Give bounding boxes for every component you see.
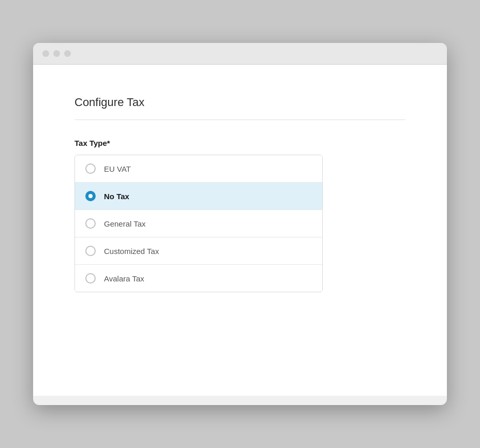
radio-circle-customized-tax xyxy=(85,246,96,256)
tax-type-label: Tax Type* xyxy=(74,139,406,147)
radio-circle-avalara-tax xyxy=(85,273,96,283)
radio-circle-eu-vat xyxy=(85,163,96,174)
radio-item-no-tax[interactable]: No Tax xyxy=(75,183,322,210)
radio-circle-no-tax xyxy=(85,191,96,201)
radio-item-customized-tax[interactable]: Customized Tax xyxy=(75,237,322,265)
minimize-button-icon[interactable] xyxy=(53,50,60,57)
radio-label-eu-vat: EU VAT xyxy=(104,165,131,173)
maximize-button-icon[interactable] xyxy=(64,50,71,57)
radio-item-avalara-tax[interactable]: Avalara Tax xyxy=(75,265,322,292)
radio-label-general-tax: General Tax xyxy=(104,219,146,228)
radio-label-customized-tax: Customized Tax xyxy=(104,247,159,256)
close-button-icon[interactable] xyxy=(42,50,49,57)
radio-label-avalara-tax: Avalara Tax xyxy=(104,274,144,283)
browser-content: Configure Tax Tax Type* EU VAT No Tax Ge… xyxy=(33,65,447,396)
browser-titlebar xyxy=(33,43,447,65)
radio-label-no-tax: No Tax xyxy=(104,192,129,201)
browser-window: Configure Tax Tax Type* EU VAT No Tax Ge… xyxy=(33,43,447,405)
radio-item-eu-vat[interactable]: EU VAT xyxy=(75,155,322,183)
section-divider xyxy=(74,120,406,120)
radio-item-general-tax[interactable]: General Tax xyxy=(75,210,322,237)
page-title: Configure Tax xyxy=(74,96,406,109)
tax-type-radio-list: EU VAT No Tax General Tax Customized Tax… xyxy=(74,155,323,292)
radio-circle-general-tax xyxy=(85,218,96,229)
